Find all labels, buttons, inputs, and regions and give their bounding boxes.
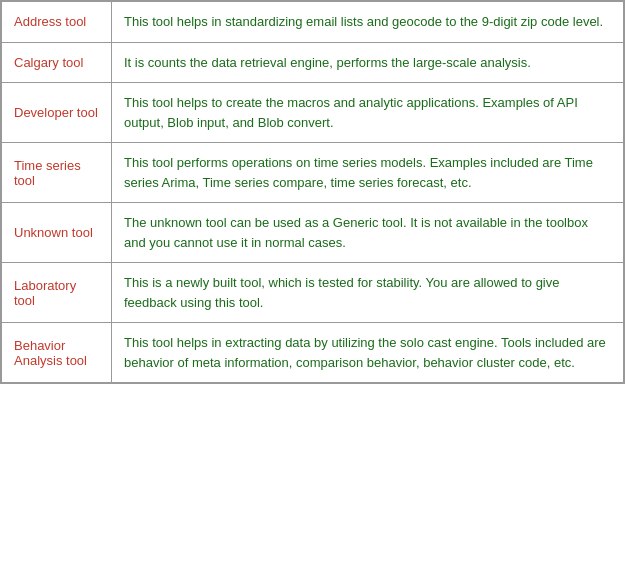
table-row: Unknown toolThe unknown tool can be used… [2,203,624,263]
tool-description-cell: This tool helps to create the macros and… [112,83,624,143]
tool-description-cell: It is counts the data retrieval engine, … [112,42,624,83]
table-row: Developer toolThis tool helps to create … [2,83,624,143]
tool-name-cell: Behavior Analysis tool [2,323,112,383]
tool-description-cell: This is a newly built tool, which is tes… [112,263,624,323]
table-row: Time series toolThis tool performs opera… [2,143,624,203]
tool-description-cell: This tool performs operations on time se… [112,143,624,203]
tool-name-cell: Calgary tool [2,42,112,83]
table-row: Calgary toolIt is counts the data retrie… [2,42,624,83]
tool-description-cell: This tool helps in standardizing email l… [112,2,624,43]
tools-table: Address toolThis tool helps in standardi… [0,0,625,384]
tool-name-cell: Address tool [2,2,112,43]
tool-name-cell: Time series tool [2,143,112,203]
tool-description-cell: The unknown tool can be used as a Generi… [112,203,624,263]
tool-name-cell: Developer tool [2,83,112,143]
tool-name-cell: Laboratory tool [2,263,112,323]
tool-name-cell: Unknown tool [2,203,112,263]
table-row: Laboratory toolThis is a newly built too… [2,263,624,323]
table-row: Address toolThis tool helps in standardi… [2,2,624,43]
table-row: Behavior Analysis toolThis tool helps in… [2,323,624,383]
tool-description-cell: This tool helps in extracting data by ut… [112,323,624,383]
